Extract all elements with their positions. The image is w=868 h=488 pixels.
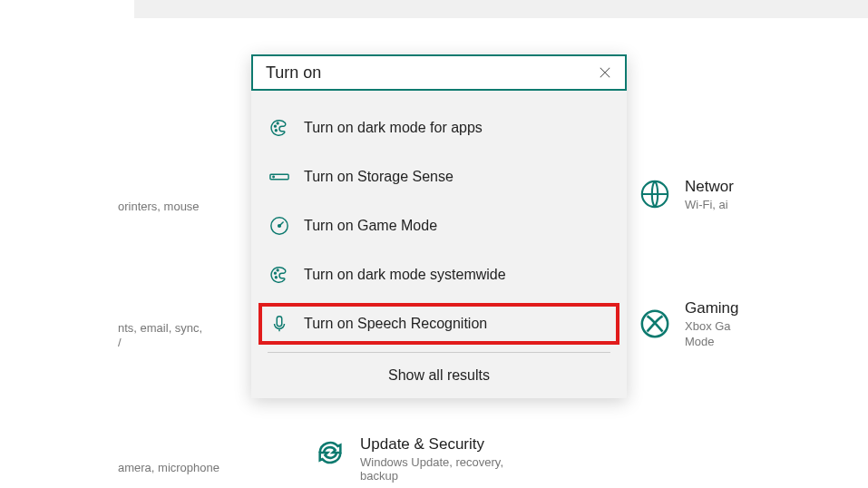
- privacy-subtitle-fragment: amera, microphone: [118, 461, 219, 474]
- globe-icon: [638, 177, 672, 211]
- svg-point-2: [275, 125, 277, 127]
- gaming-title: Gaming: [685, 299, 739, 317]
- network-title: Networ: [685, 178, 734, 196]
- close-icon: [599, 66, 611, 79]
- svg-point-10: [277, 269, 278, 271]
- settings-tile-update[interactable]: Update & Security Windows Update, recove…: [313, 435, 532, 483]
- update-title: Update & Security: [360, 435, 532, 454]
- search-result-dark-mode-systemwide[interactable]: Turn on dark mode systemwide: [258, 254, 619, 296]
- search-result-speech-recognition[interactable]: Turn on Speech Recognition: [258, 303, 619, 345]
- show-all-results-button[interactable]: Show all results: [251, 353, 627, 398]
- search-box: [251, 54, 627, 91]
- clear-search-button[interactable]: [592, 60, 618, 85]
- result-label: Turn on Storage Sense: [304, 169, 454, 185]
- mic-icon: [268, 312, 291, 336]
- svg-rect-12: [277, 317, 282, 327]
- update-subtitle: Windows Update, recovery, backup: [360, 455, 532, 483]
- result-label: Turn on Speech Recognition: [304, 316, 487, 332]
- window-top-bar: [134, 0, 868, 18]
- storage-icon: [268, 165, 291, 189]
- search-result-dark-mode-apps[interactable]: Turn on dark mode for apps: [258, 107, 619, 149]
- search-results-list: Turn on dark mode for apps Turn on Stora…: [251, 91, 627, 345]
- svg-point-6: [273, 176, 274, 177]
- accounts-subtitle-fragment-2: /: [118, 336, 122, 349]
- result-label: Turn on dark mode systemwide: [304, 267, 506, 283]
- svg-point-8: [278, 225, 281, 228]
- settings-tile-gaming[interactable]: Gaming Xbox Ga Mode: [638, 299, 739, 348]
- search-dropdown: Turn on dark mode for apps Turn on Stora…: [251, 54, 627, 398]
- search-input[interactable]: [266, 63, 592, 83]
- accounts-subtitle-fragment: nts, email, sync,: [118, 321, 202, 335]
- search-result-game-mode[interactable]: Turn on Game Mode: [258, 205, 619, 247]
- svg-point-11: [275, 277, 277, 278]
- result-label: Turn on Game Mode: [304, 218, 437, 234]
- palette-icon: [268, 116, 291, 140]
- settings-tile-network[interactable]: Networ Wi-Fi, ai: [638, 177, 734, 211]
- search-result-storage-sense[interactable]: Turn on Storage Sense: [258, 156, 619, 198]
- gaming-subtitle-1: Xbox Ga: [685, 319, 739, 333]
- svg-point-3: [277, 122, 278, 124]
- palette-icon: [268, 263, 291, 287]
- xbox-icon: [638, 307, 672, 341]
- gaming-subtitle-2: Mode: [685, 335, 739, 348]
- gauge-icon: [268, 214, 291, 238]
- devices-subtitle-fragment: orinters, mouse: [118, 200, 200, 213]
- network-subtitle: Wi-Fi, ai: [685, 198, 734, 211]
- result-label: Turn on dark mode for apps: [304, 120, 483, 136]
- svg-point-9: [275, 272, 277, 274]
- sync-icon: [313, 435, 347, 470]
- svg-point-4: [275, 130, 277, 132]
